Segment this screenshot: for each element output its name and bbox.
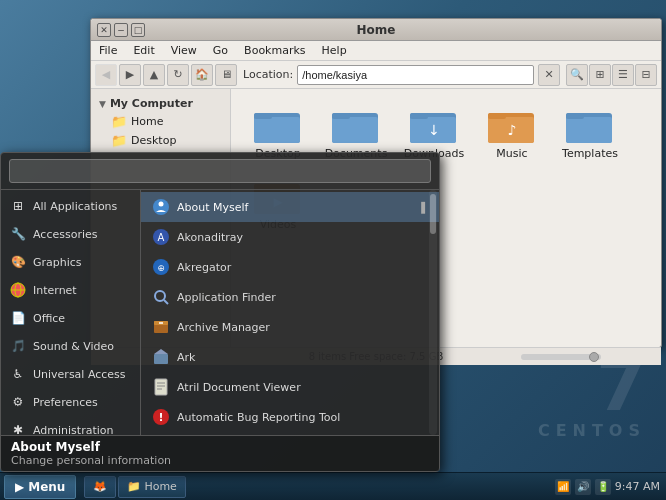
cat-preferences[interactable]: ⚙ Preferences xyxy=(1,388,140,416)
start-button[interactable]: ▶ Menu xyxy=(4,475,76,499)
menu-view[interactable]: View xyxy=(167,42,201,59)
svg-marker-36 xyxy=(154,349,168,354)
sidebar-desktop-label: Desktop xyxy=(131,134,176,147)
sidebar-arrow: ▼ xyxy=(99,99,106,109)
cat-administration[interactable]: ✱ Administration xyxy=(1,416,140,435)
cat-office-icon: 📄 xyxy=(9,309,27,327)
folder-music[interactable]: ♪ Music xyxy=(477,101,547,164)
svg-line-31 xyxy=(164,300,168,304)
up-button[interactable]: ▲ xyxy=(143,64,165,86)
cursor-indicator: ▌ xyxy=(421,202,429,213)
app-abrt-label: Automatic Bug Reporting Tool xyxy=(177,411,340,424)
cat-sound-video[interactable]: 🎵 Sound & Video xyxy=(1,332,140,360)
app-atril-label: Atril Document Viewer xyxy=(177,381,301,394)
app-akonaditray[interactable]: A Akonaditray xyxy=(141,222,439,252)
app-atril[interactable]: Atril Document Viewer xyxy=(141,372,439,402)
app-atril-icon xyxy=(151,377,171,397)
desktop-folder-icon: 📁 xyxy=(111,133,127,148)
firefox-icon: 🦊 xyxy=(93,480,107,493)
svg-rect-5 xyxy=(332,113,350,119)
menu-bookmarks[interactable]: Bookmarks xyxy=(240,42,309,59)
cat-internet-icon xyxy=(9,281,27,299)
tray-network-icon[interactable]: 📶 xyxy=(555,479,571,495)
window-close-btn[interactable]: ✕ xyxy=(97,23,111,37)
taskbar-home-folder[interactable]: 📁 Home xyxy=(118,476,185,498)
svg-text:A: A xyxy=(158,232,165,243)
sidebar-item-home[interactable]: 📁 Home xyxy=(91,112,230,131)
app-app-finder-icon xyxy=(151,287,171,307)
folder-templates-icon xyxy=(566,105,614,145)
menu-file[interactable]: File xyxy=(95,42,121,59)
cat-internet[interactable]: Internet xyxy=(1,276,140,304)
clear-location-btn[interactable]: ✕ xyxy=(538,64,560,86)
home-nav-button[interactable]: 🏠 xyxy=(191,64,213,86)
window-titlebar: ✕ − □ Home xyxy=(91,19,661,41)
cat-graphics-label: Graphics xyxy=(33,256,82,269)
folder-documents-icon xyxy=(332,105,380,145)
app-ark[interactable]: Ark xyxy=(141,342,439,372)
sidebar-item-desktop[interactable]: 📁 Desktop xyxy=(91,131,230,150)
app-akregator-icon: ⊕ xyxy=(151,257,171,277)
menu-help[interactable]: Help xyxy=(318,42,351,59)
svg-rect-8 xyxy=(410,113,428,119)
computer-button[interactable]: 🖥 xyxy=(215,64,237,86)
app-menu-footer: About Myself Change personal information xyxy=(1,435,439,471)
app-akregator-label: Akregator xyxy=(177,261,231,274)
taskbar-items: 🦊 📁 Home xyxy=(80,476,548,498)
cat-all-apps[interactable]: ⊞ All Applications xyxy=(1,192,140,220)
app-abrt-icon: ! xyxy=(151,407,171,427)
app-list: About Myself ▌ A Akonaditray xyxy=(141,190,439,435)
taskbar-firefox[interactable]: 🦊 xyxy=(84,476,116,498)
app-search-input[interactable] xyxy=(9,159,431,183)
taskbar-tray: 📶 🔊 🔋 9:47 AM xyxy=(549,479,666,495)
svg-rect-12 xyxy=(488,113,506,119)
app-abrt[interactable]: ! Automatic Bug Reporting Tool xyxy=(141,402,439,432)
folder-music-icon: ♪ xyxy=(488,105,536,145)
app-archive-manager[interactable]: Archive Manager xyxy=(141,312,439,342)
sidebar-section-computer: ▼ My Computer xyxy=(91,93,230,112)
location-input[interactable] xyxy=(297,65,534,85)
app-akregator[interactable]: ⊕ Akregator xyxy=(141,252,439,282)
back-button[interactable]: ◀ xyxy=(95,64,117,86)
window-max-btn[interactable]: □ xyxy=(131,23,145,37)
cat-graphics[interactable]: 🎨 Graphics xyxy=(1,248,140,276)
compact-view-btn[interactable]: ⊟ xyxy=(635,64,657,86)
tray-volume-icon[interactable]: 🔊 xyxy=(575,479,591,495)
cat-office-label: Office xyxy=(33,312,65,325)
window-min-btn[interactable]: − xyxy=(114,23,128,37)
cat-office[interactable]: 📄 Office xyxy=(1,304,140,332)
home-folder-icon: 📁 xyxy=(111,114,127,129)
cat-accessories[interactable]: 🔧 Accessories xyxy=(1,220,140,248)
home-taskbar-icon: 📁 xyxy=(127,480,141,493)
cat-accessories-label: Accessories xyxy=(33,228,97,241)
list-view-btn[interactable]: ☰ xyxy=(612,64,634,86)
tray-battery-icon[interactable]: 🔋 xyxy=(595,479,611,495)
app-ark-label: Ark xyxy=(177,351,195,364)
menu-edit[interactable]: Edit xyxy=(129,42,158,59)
folder-templates[interactable]: Templates xyxy=(555,101,625,164)
app-app-finder[interactable]: Application Finder xyxy=(141,282,439,312)
location-label: Location: xyxy=(243,68,293,81)
icon-view-btn[interactable]: ⊞ xyxy=(589,64,611,86)
svg-point-30 xyxy=(155,291,165,301)
search-toggle-btn[interactable]: 🔍 xyxy=(566,64,588,86)
app-archive-manager-label: Archive Manager xyxy=(177,321,270,334)
folder-templates-label: Templates xyxy=(562,147,618,160)
cat-accessories-icon: 🔧 xyxy=(9,225,27,243)
centos-text: CENTOS xyxy=(538,421,646,440)
menu-go[interactable]: Go xyxy=(209,42,232,59)
app-bluedevil[interactable]: BlueDevil xyxy=(141,432,439,435)
home-taskbar-label: Home xyxy=(144,480,176,493)
forward-button[interactable]: ▶ xyxy=(119,64,141,86)
cat-administration-label: Administration xyxy=(33,424,114,436)
start-label: Menu xyxy=(28,480,65,494)
app-archive-manager-icon xyxy=(151,317,171,337)
app-about-myself[interactable]: About Myself ▌ xyxy=(141,192,439,222)
svg-point-25 xyxy=(159,202,164,207)
cat-administration-icon: ✱ xyxy=(9,421,27,435)
app-app-finder-label: Application Finder xyxy=(177,291,276,304)
cat-preferences-label: Preferences xyxy=(33,396,98,409)
refresh-button[interactable]: ↻ xyxy=(167,64,189,86)
cat-universal-access[interactable]: ♿ Universal Access xyxy=(1,360,140,388)
folder-desktop-icon xyxy=(254,105,302,145)
